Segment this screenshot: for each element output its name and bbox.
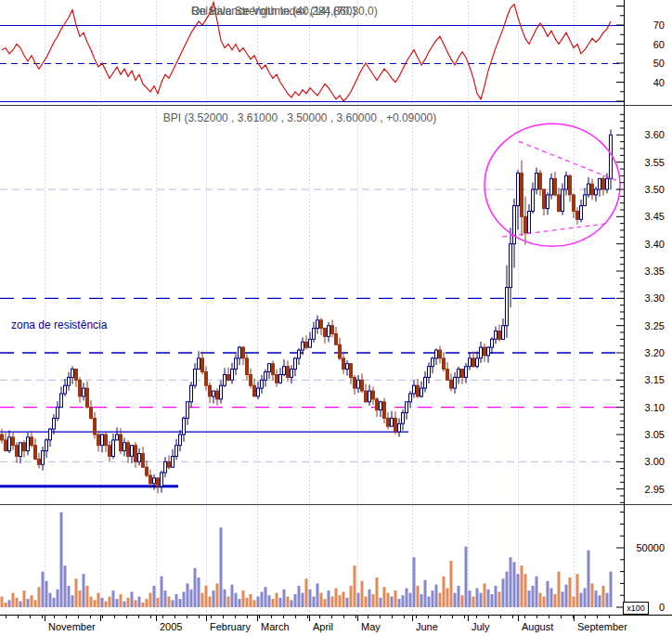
volume-bar	[79, 591, 82, 607]
volume-bar	[34, 600, 37, 607]
volume-bar	[409, 593, 412, 607]
volume-bar	[554, 594, 557, 607]
volume-bar	[127, 598, 130, 607]
volume-bar	[68, 586, 71, 607]
candle-body	[565, 175, 568, 189]
candle-body	[294, 358, 297, 370]
candle-body	[398, 423, 401, 432]
volume-bar	[606, 593, 609, 607]
candle-body	[227, 375, 230, 381]
candle-body	[142, 454, 145, 468]
volume-bar	[227, 597, 230, 608]
volume-bar	[513, 562, 516, 607]
volume-multiplier-label: x100	[627, 604, 645, 613]
volume-bar	[1, 597, 4, 608]
volume-bar	[521, 565, 523, 607]
candle-body	[458, 370, 460, 378]
month-label: May	[361, 621, 381, 632]
volume-bar	[153, 586, 156, 607]
volume-bar	[380, 598, 382, 607]
candle-body	[272, 364, 275, 375]
volume-bar	[75, 578, 78, 607]
candle-body	[317, 320, 319, 329]
candle-body	[331, 326, 334, 334]
month-label: February	[210, 621, 252, 632]
candle-body	[602, 178, 605, 189]
candle-body	[450, 380, 453, 388]
right-axis: 706050403.603.553.503.453.403.353.303.25…	[616, 0, 665, 615]
volume-bar	[42, 572, 45, 607]
candle-body	[220, 385, 223, 399]
candle-body	[346, 364, 349, 370]
volume-bar	[183, 591, 186, 607]
volume-bar	[610, 572, 613, 607]
candle-body	[309, 339, 312, 347]
volume-bar	[368, 590, 371, 607]
volume-bar	[142, 603, 145, 607]
volume-bar	[8, 600, 11, 607]
volume-bar	[498, 591, 501, 607]
volume-bar	[469, 591, 472, 607]
candle-body	[246, 358, 249, 375]
candle-body	[257, 388, 260, 396]
volume-bar	[216, 583, 219, 607]
volume-bar	[398, 599, 401, 607]
candle-body	[242, 347, 245, 358]
volume-bar	[38, 587, 41, 607]
volume-bar	[253, 600, 256, 607]
volume-bar	[602, 586, 605, 607]
candle-body	[584, 195, 587, 206]
candle-body	[157, 478, 160, 487]
volume-bar	[123, 602, 126, 607]
candle-body	[524, 216, 527, 233]
volume-bar	[287, 597, 290, 608]
volume-bar	[357, 593, 360, 607]
candle-body	[420, 388, 423, 396]
volume-bar	[573, 597, 575, 608]
volume-bar	[350, 586, 353, 607]
volume-bar	[5, 603, 7, 607]
volume-bar	[424, 580, 427, 607]
candle-body	[168, 461, 171, 467]
volume-bar	[105, 602, 108, 607]
candle-body	[153, 478, 156, 484]
candle-body	[161, 473, 163, 487]
volume-bar	[116, 599, 119, 607]
candle-body	[38, 459, 41, 464]
volume-bar	[246, 598, 249, 607]
candle-body	[580, 206, 583, 220]
volume-bar	[298, 586, 301, 607]
volume-bar	[394, 591, 397, 607]
axis-tick-label: 3.30	[645, 292, 665, 304]
volume-bar	[49, 593, 52, 607]
month-label: March	[261, 621, 290, 632]
candle-body	[324, 329, 327, 337]
candle-body	[205, 372, 208, 386]
volume-bar	[268, 595, 271, 607]
volume-bar	[291, 600, 293, 607]
candle-body	[42, 451, 45, 465]
candle-body	[179, 435, 182, 446]
volume-bar	[454, 593, 457, 607]
axis-tick-label: 60	[653, 39, 665, 50]
candle-body	[469, 358, 472, 367]
volume-bar	[224, 590, 226, 607]
candle-body	[68, 377, 71, 385]
candle-body	[428, 367, 431, 378]
volume-bar	[57, 590, 59, 607]
candle-body	[64, 385, 67, 394]
volume-bar	[565, 585, 568, 607]
volume-bar	[187, 583, 189, 607]
volume-bar	[213, 591, 215, 607]
volume-bar	[86, 586, 89, 607]
candle-body	[276, 375, 278, 383]
volume-bar	[465, 547, 468, 607]
candle-body	[27, 437, 30, 451]
axis-tick-label: 0	[659, 602, 665, 613]
stock-chart-canvas[interactable]: Relative Strength Index (14) (70,30,0) O…	[0, 0, 672, 636]
volume-bar	[31, 595, 33, 607]
candle-body	[606, 178, 609, 189]
candle-body	[365, 391, 368, 402]
candle-body	[94, 418, 97, 435]
candle-body	[138, 454, 141, 462]
